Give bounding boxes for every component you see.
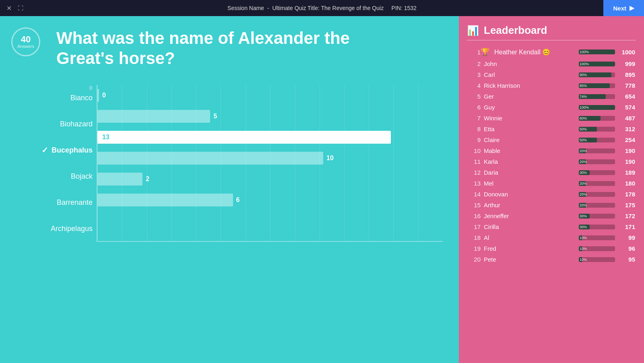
progress-bar-bg: 50% [579,138,615,142]
axis-zero-label: 0 [89,85,92,91]
expand-icon[interactable]: ⛶ [18,5,23,11]
option-label-text: Barrenante [57,198,93,207]
progress-bar-bg: 74% [579,94,615,99]
bar-value: 2 [146,175,149,183]
rank-number: 8 [468,126,481,132]
progress-pct-label: 100% [580,105,589,110]
progress-pct-label: 30% [580,214,587,219]
leaderboard-row: 5Ger74%654 [467,91,636,102]
rank-number: 10 [468,147,481,154]
progress-bar-bg: 90% [579,72,615,77]
player-name: Mable [484,147,579,154]
leaderboard-row: 10Mable20%190 [467,145,636,156]
progress-pct-label: 60% [580,116,587,121]
bar-value: 13 [102,134,109,141]
leaderboard-row: 1🏆Heather Kendall 😊100%1000 [467,45,636,58]
leaderboard-rows: 1🏆Heather Kendall 😊100%10002John100%9993… [467,45,636,265]
rank-number: 7 [468,115,481,122]
bar-chart: 05131026 0 [97,85,443,242]
player-score: 189 [618,169,635,176]
bar-value: 6 [236,196,240,204]
option-label-text: Bianco [70,94,93,102]
player-name: Donovan [484,191,579,198]
progress-pct-label: 10% [580,235,587,240]
answer-label: Bojack [16,166,93,187]
progress-pct-label: 74% [580,94,587,99]
progress-bar-bg: 20% [579,181,615,186]
player-score: 190 [618,158,635,165]
player-score: 1000 [618,49,635,56]
answer-labels: BiancoBiohazard✓BucephalusBojackBarrenan… [16,85,97,242]
progress-pct-label: 85% [580,83,587,88]
progress-pct-label: 30% [580,170,587,175]
option-label-text: Bojack [71,172,93,181]
player-score: 999 [618,60,635,67]
rank-number: 19 [468,245,481,252]
correct-checkmark-icon: ✓ [41,145,48,155]
leaderboard-row: 8Etta50%312 [467,124,636,134]
answers-label: Answers [17,44,34,49]
progress-bar-bg: 100% [579,105,615,110]
answer-label: ✓Bucephalus [16,140,93,161]
leaderboard-panel: 📊 Leaderboard 1🏆Heather Kendall 😊100%100… [459,16,644,363]
progress-bar-bg: 10% [579,257,615,262]
progress-pct-label: 10% [580,246,587,251]
leaderboard-icon: 📊 [467,25,479,36]
rank-number: 16 [468,212,481,219]
rank-number: 1 [468,49,481,56]
rank-number: 17 [468,223,481,230]
player-score: 190 [618,147,635,154]
player-score: 99 [618,234,635,241]
next-button[interactable]: Next ▶ [603,0,644,16]
rank-number: 12 [468,169,481,176]
progress-bar-bg: 20% [579,192,615,197]
leaderboard-row: 3Carl90%895 [467,69,636,80]
progress-pct-label: 50% [580,127,587,132]
chart-container: BiancoBiohazard✓BucephalusBojackBarrenan… [16,85,443,242]
progress-bar-bg: 85% [579,83,615,88]
bar-row: 5 [97,106,443,127]
leaderboard-row: 7Winnie60%487 [467,113,636,124]
progress-bar-bg: 20% [579,159,615,164]
rank-number: 15 [468,202,481,208]
rank-number: 13 [468,180,481,187]
progress-pct-label: 50% [580,138,587,142]
bar-row: 2 [97,169,443,190]
bar-fill [97,173,142,186]
main-layout: 40 Answers What was the name of Alexande… [0,16,644,363]
player-score: 96 [618,245,635,252]
next-arrow-icon: ▶ [630,4,634,12]
player-name: Pete [484,256,579,263]
option-label-text: Biohazard [60,120,93,128]
player-score: 895 [618,71,635,78]
player-score: 171 [618,223,635,230]
leaderboard-row: 11Karla20%190 [467,156,636,167]
option-label-text: Archipelagus [51,225,93,233]
leaderboard-row: 4Rick Harrison85%778 [467,80,636,91]
close-icon[interactable]: ✕ [6,4,12,12]
player-score: 95 [618,256,635,263]
progress-pct-label: 90% [580,72,587,77]
player-score: 172 [618,212,635,219]
rank-number: 9 [468,136,481,143]
player-name: Daria [484,169,579,176]
bar-row: 13 [97,127,443,148]
rank-number: 4 [468,82,481,89]
bar-fill [97,110,210,123]
answer-label: Barrenante [16,192,93,213]
bar-fill: 13 [97,131,391,144]
player-score: 178 [618,191,635,198]
progress-bar-bg: 20% [579,203,615,208]
answer-label: Biohazard [16,113,93,134]
player-name: Ger [484,93,579,100]
leaderboard-row: 9Claire50%254 [467,134,636,145]
question-text: What was the name of Alexander the Great… [56,28,398,69]
bar-fill [97,194,233,206]
progress-pct-label: 20% [580,203,587,208]
player-score: 175 [618,202,635,208]
player-name: Claire [484,136,579,143]
bar-row: 10 [97,148,443,169]
leaderboard-header: 📊 Leaderboard [467,24,636,41]
bar-row: 6 [97,190,443,210]
leaderboard-row: 15Arthur20%175 [467,200,636,210]
